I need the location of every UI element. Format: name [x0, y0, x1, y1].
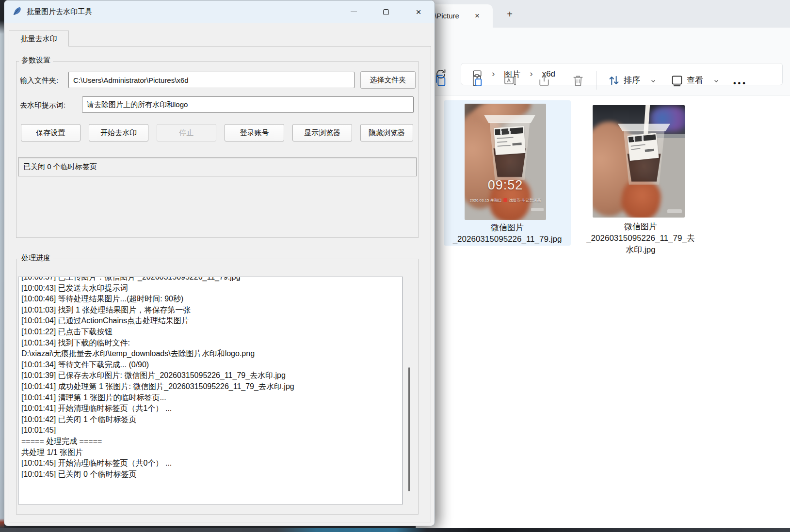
prompt-label: 去水印提示词:: [20, 101, 65, 110]
log-scrollbar-thumb[interactable]: [408, 367, 410, 491]
action-button-row: 保存设置 开始去水印 停止 登录账号 显示浏览器 隐藏浏览器: [21, 124, 413, 141]
photo-background: [593, 105, 685, 218]
watermark-date-left: 2026.03.15 星期日: [470, 198, 502, 203]
watermark-time: 09:52: [465, 178, 546, 193]
photo-label-line: [631, 148, 640, 150]
new-tab-icon[interactable]: +: [503, 8, 516, 21]
sort-icon[interactable]: [607, 74, 621, 87]
maximize-icon: [383, 9, 389, 15]
start-button[interactable]: 开始去水印: [89, 124, 148, 141]
stop-button[interactable]: 停止: [157, 124, 216, 141]
photo-corner-watermark: [531, 208, 544, 211]
taskbar-edge: [0, 528, 790, 532]
watermark-date: 2026.03.15 星期日沈阳市·斗记普洱茶: [465, 198, 546, 203]
login-button[interactable]: 登录账号: [225, 124, 284, 141]
tab-batch-remove[interactable]: 批量去水印: [9, 31, 69, 47]
file-name-line: 微信图片: [577, 221, 704, 233]
photo-cup-label: [627, 133, 659, 161]
minimize-button[interactable]: [342, 0, 365, 23]
photo-label-barcode: [495, 127, 523, 135]
show-browser-button[interactable]: 显示浏览器: [292, 124, 352, 141]
minimize-icon: [351, 12, 357, 12]
explorer-file-list: 09:52 2026.03.15 星期日沈阳市·斗记普洱茶 微信图片 _2026…: [416, 95, 790, 529]
file-thumbnail-original[interactable]: 09:52 2026.03.15 星期日沈阳市·斗记普洱茶: [465, 104, 546, 220]
choose-folder-button[interactable]: 选择文件夹: [360, 71, 416, 89]
view-button[interactable]: 查看: [687, 75, 703, 86]
tab-close-icon[interactable]: ×: [471, 10, 483, 22]
file-name-line: 微信图片: [444, 222, 571, 234]
photo-label-line: [497, 137, 514, 139]
app-feather-icon: [12, 6, 22, 16]
delete-icon[interactable]: [571, 74, 585, 87]
app-title-bar[interactable]: 批量图片去水印工具 ×: [4, 0, 435, 23]
explorer-command-bar: 排序 查看 •••: [416, 65, 790, 95]
copy-icon[interactable]: [434, 74, 447, 87]
desktop: r\Picture × + › 图片 › x6d: [0, 0, 790, 532]
photo-label-line: [498, 145, 511, 147]
watermark-tool-window: 批量图片去水印工具 × 批量去水印 参数设置 输入文件夹: C:\Users\A…: [4, 0, 435, 526]
file-explorer-window: r\Picture × + › 图片 › x6d: [416, 0, 790, 529]
file-name-original[interactable]: 微信图片 _20260315095226_11_79.jpg: [444, 222, 571, 245]
input-folder-label: 输入文件夹:: [20, 76, 58, 85]
chevron-down-icon: [713, 78, 720, 84]
rename-icon[interactable]: [503, 74, 517, 87]
share-icon[interactable]: [537, 74, 551, 87]
progress-group-label: 处理进度: [19, 253, 53, 263]
save-settings-button[interactable]: 保存设置: [21, 124, 81, 141]
paste-icon[interactable]: [470, 74, 484, 87]
explorer-tab-strip: r\Picture × +: [416, 0, 790, 28]
app-title: 批量图片去水印工具: [27, 7, 92, 16]
photo-background: 09:52 2026.03.15 星期日沈阳市·斗记普洱茶: [465, 104, 546, 220]
file-name-line: _20260315095226_11_79.jpg: [444, 234, 571, 245]
toolbar-divider: [597, 71, 597, 90]
photo-label-line: [497, 141, 507, 142]
file-name-processed[interactable]: 微信图片 _20260315095226_11_79_去 水印.jpg: [577, 221, 704, 256]
explorer-tab-title: r\Picture: [432, 12, 459, 20]
progress-log-text: [10:00:37] 已上传图片：微信图片 _20260315095226_11…: [21, 277, 400, 480]
close-button[interactable]: ×: [407, 0, 430, 23]
prompt-field[interactable]: 请去除图片上的所有水印和logo: [82, 96, 414, 113]
progress-log[interactable]: [10:00:37] 已上传图片：微信图片 _20260315095226_11…: [18, 277, 403, 504]
status-bar: 已关闭 0 个临时标签页: [18, 157, 417, 176]
photo-label-stamp: [645, 149, 655, 152]
watermark-date-right: 沈阳市·斗记普洱茶: [509, 198, 541, 203]
view-icon[interactable]: [670, 74, 684, 87]
photo-cup-label: [494, 126, 526, 155]
file-name-line: 水印.jpg: [577, 244, 704, 256]
photo-label-barcode: [629, 134, 656, 142]
more-options-icon[interactable]: •••: [733, 79, 756, 88]
sort-button[interactable]: 排序: [624, 75, 640, 86]
photo-label-stamp: [512, 142, 521, 145]
watermark-badge-icon: [503, 198, 507, 202]
chevron-down-icon: [650, 78, 657, 84]
photo-label-line: [630, 144, 645, 146]
photo-corner-logo: [667, 209, 682, 213]
maximize-button[interactable]: [375, 0, 397, 23]
input-folder-field[interactable]: C:\Users\Administrator\Pictures\x6d: [68, 72, 355, 88]
params-group-label: 参数设置: [19, 56, 53, 65]
file-name-line: _20260315095226_11_79_去: [577, 233, 704, 244]
hide-browser-button[interactable]: 隐藏浏览器: [360, 124, 413, 141]
file-thumbnail-processed[interactable]: [593, 105, 685, 218]
